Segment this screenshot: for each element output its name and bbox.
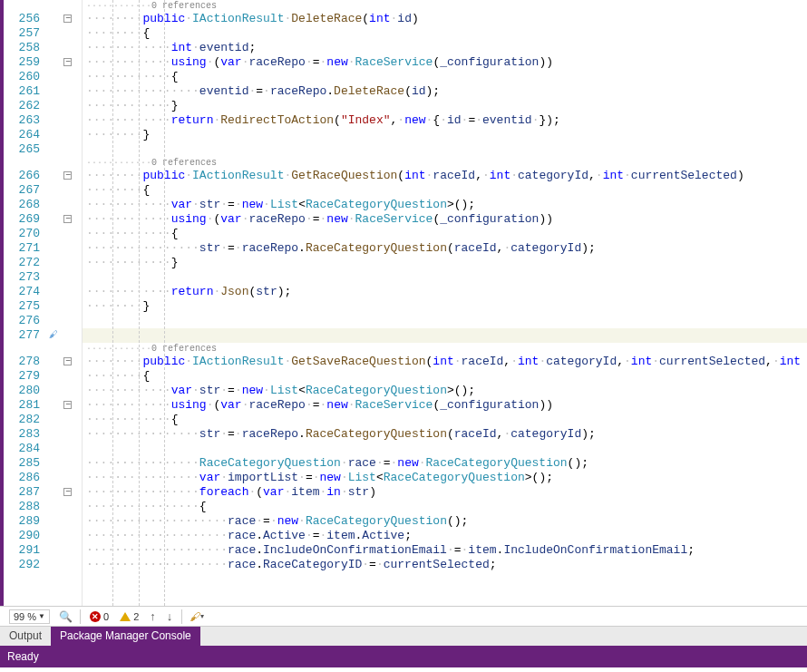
fold-toggle-icon[interactable] — [63, 15, 72, 23]
code-line[interactable]: ················foreach·(var·item·in·str… — [83, 485, 807, 500]
fold-toggle-icon[interactable] — [63, 488, 72, 496]
code-line[interactable]: ········{ — [83, 369, 807, 384]
line-number: 289 — [4, 514, 40, 529]
line-number: 269 — [4, 212, 40, 227]
ide-status-bar: Ready — [0, 646, 807, 667]
code-line[interactable]: ····················race.RaceCategoryID·… — [83, 558, 807, 572]
line-number: 286 — [4, 471, 40, 485]
line-number: 284 — [4, 442, 40, 456]
line-number: 282 — [4, 413, 40, 427]
code-line[interactable]: ············int·eventid; — [83, 41, 807, 55]
code-line[interactable]: ············return·Json(str); — [83, 285, 807, 299]
code-line[interactable] — [83, 328, 807, 343]
zoom-level[interactable]: 99 %▼ — [4, 607, 55, 626]
code-line[interactable]: ················eventid·=·raceRepo.Delet… — [83, 84, 807, 99]
code-line[interactable]: ····················race.IncludeOnConfir… — [83, 543, 807, 558]
code-line[interactable] — [83, 442, 807, 456]
nav-down-icon[interactable]: ↓ — [161, 609, 179, 623]
find-icon[interactable]: 🔍 — [55, 607, 76, 626]
code-editor[interactable]: ············0 references········public·I… — [83, 0, 807, 606]
warning-count[interactable]: 2 — [114, 607, 144, 626]
line-number: 292 — [4, 558, 40, 572]
line-number: 263 — [4, 113, 40, 128]
line-number: 259 — [4, 55, 40, 70]
code-line[interactable]: ············{ — [83, 413, 807, 427]
line-number: 272 — [4, 256, 40, 270]
line-number: 267 — [4, 183, 40, 198]
nav-up-icon[interactable]: ↑ — [144, 609, 161, 623]
editor-gutter: 2562572582592602612622632642652662672682… — [4, 0, 83, 606]
line-number: 275 — [4, 299, 40, 314]
codelens-references[interactable]: ············0 references — [83, 343, 807, 355]
code-line[interactable]: ············} — [83, 99, 807, 113]
codelens-references[interactable]: ············0 references — [83, 157, 807, 169]
line-number: 260 — [4, 70, 40, 84]
line-number: 287 — [4, 485, 40, 500]
code-line[interactable]: ········} — [83, 299, 807, 314]
line-number: 279 — [4, 369, 40, 384]
line-number: 256 — [4, 12, 40, 26]
brush-icon[interactable]: 🖌▾ — [186, 607, 208, 626]
code-line[interactable]: ············{ — [83, 227, 807, 241]
code-line[interactable]: ················var·importList·=·new·Lis… — [83, 471, 807, 485]
line-number: 273 — [4, 270, 40, 285]
line-number: 288 — [4, 500, 40, 514]
code-line[interactable]: ········public·IActionResult·GetSaveRace… — [83, 355, 807, 369]
code-line[interactable]: ················str·=·raceRepo.RaceCateg… — [83, 241, 807, 256]
code-line[interactable]: ········{ — [83, 26, 807, 41]
code-line[interactable]: ················{ — [83, 500, 807, 514]
line-number: 258 — [4, 41, 40, 55]
code-line[interactable]: ········{ — [83, 183, 807, 198]
code-line[interactable]: ········public·IActionResult·GetRaceQues… — [83, 169, 807, 183]
code-line[interactable]: ············var·str·=·new·List<RaceCateg… — [83, 198, 807, 212]
codelens-references[interactable]: ············0 references — [83, 0, 807, 12]
line-number: 276 — [4, 314, 40, 328]
line-number: 280 — [4, 384, 40, 398]
line-number: 262 — [4, 99, 40, 113]
tab-package-manager-console[interactable]: Package Manager Console — [51, 627, 200, 646]
code-line[interactable]: ····················race·=·new·RaceCateg… — [83, 514, 807, 529]
fold-toggle-icon[interactable] — [63, 58, 72, 66]
edit-marker-icon: 🖌 — [49, 328, 58, 343]
error-count[interactable]: ✕0 — [84, 607, 114, 626]
line-number: 285 — [4, 456, 40, 471]
code-line[interactable]: ················RaceCategoryQuestion·rac… — [83, 456, 807, 471]
tool-window-tabs: Output Package Manager Console — [0, 626, 807, 646]
line-number: 266 — [4, 169, 40, 183]
code-line[interactable]: ············} — [83, 256, 807, 270]
tab-output[interactable]: Output — [0, 627, 51, 646]
code-line[interactable] — [83, 142, 807, 157]
line-number: 274 — [4, 285, 40, 299]
line-number: 257 — [4, 26, 40, 41]
line-number: 264 — [4, 128, 40, 142]
code-line[interactable]: ················str·=·raceRepo.RaceCateg… — [83, 427, 807, 442]
code-line[interactable] — [83, 270, 807, 285]
line-number: 291 — [4, 543, 40, 558]
line-number: 261 — [4, 84, 40, 99]
status-ready: Ready — [7, 650, 39, 663]
line-number: 290 — [4, 529, 40, 543]
fold-toggle-icon[interactable] — [63, 215, 72, 223]
line-number: 270 — [4, 227, 40, 241]
line-number: 278 — [4, 355, 40, 369]
line-number: 271 — [4, 241, 40, 256]
code-line[interactable]: ············return·RedirectToAction("Ind… — [83, 113, 807, 128]
line-number: 283 — [4, 427, 40, 442]
line-number: 281 — [4, 398, 40, 413]
code-line[interactable]: ········} — [83, 128, 807, 142]
code-line[interactable]: ············using·(var·raceRepo·=·new·Ra… — [83, 55, 807, 70]
editor-status-bar: 99 %▼ 🔍 ✕0 2 ↑ ↓ 🖌▾ — [0, 606, 807, 626]
line-number: 268 — [4, 198, 40, 212]
fold-toggle-icon[interactable] — [63, 357, 72, 365]
code-line[interactable]: ············using·(var·raceRepo·=·new·Ra… — [83, 398, 807, 413]
code-line[interactable] — [83, 314, 807, 328]
line-number: 277 — [4, 328, 40, 343]
code-line[interactable]: ············using·(var·raceRepo·=·new·Ra… — [83, 212, 807, 227]
code-line[interactable]: ········public·IActionResult·DeleteRace(… — [83, 12, 807, 26]
code-line[interactable]: ····················race.Active·=·item.A… — [83, 529, 807, 543]
fold-toggle-icon[interactable] — [63, 401, 72, 409]
fold-toggle-icon[interactable] — [63, 171, 72, 180]
line-number: 265 — [4, 142, 40, 157]
code-line[interactable]: ············var·str·=·new·List<RaceCateg… — [83, 384, 807, 398]
code-line[interactable]: ············{ — [83, 70, 807, 84]
